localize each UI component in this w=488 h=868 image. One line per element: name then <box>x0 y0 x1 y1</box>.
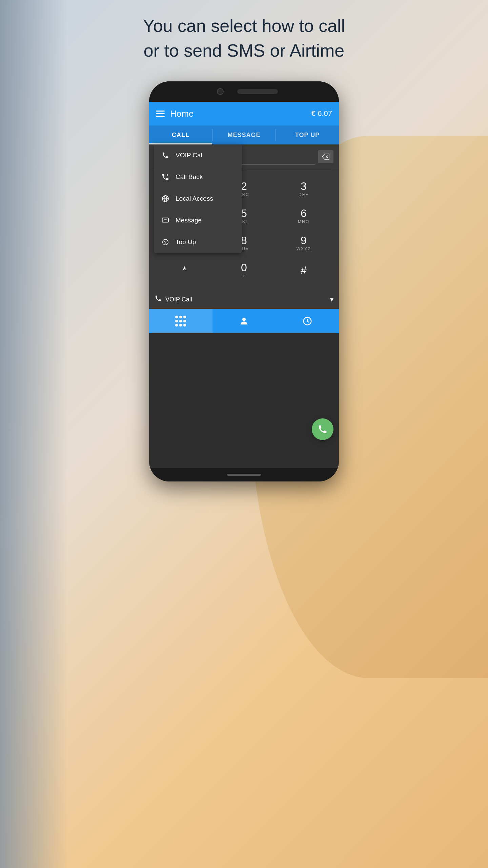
svg-point-6 <box>242 318 246 321</box>
callback-icon <box>161 172 170 182</box>
message-icon <box>161 216 170 225</box>
dial-key-0[interactable]: 0 + <box>214 257 274 284</box>
dropdown-item-local-access[interactable]: Local Access <box>154 188 242 210</box>
app-header: Home € 6.07 <box>149 102 339 125</box>
dropdown-topup-label: Top Up <box>176 238 196 246</box>
svg-rect-3 <box>162 218 168 222</box>
dropdown-menu: VOIP Call Call Back <box>154 144 242 253</box>
bottom-tab-dialpad[interactable] <box>149 309 212 333</box>
hamburger-menu-button[interactable] <box>156 111 165 117</box>
dropdown-item-callback[interactable]: Call Back <box>154 166 242 188</box>
tab-topup[interactable]: TOP UP <box>276 125 339 144</box>
bottom-tab-contacts[interactable] <box>212 309 276 333</box>
dropdown-arrow-icon: ▾ <box>330 295 333 303</box>
dropdown-message-label: Message <box>176 217 202 224</box>
call-type-label: VOIP Call <box>165 296 327 303</box>
dropdown-voip-call-label: VOIP Call <box>176 152 204 159</box>
tab-call[interactable]: CALL <box>149 125 212 144</box>
local-access-icon <box>161 194 170 203</box>
dial-key-3[interactable]: 3 DEF <box>274 175 333 202</box>
phone-device: Home € 6.07 CALL MESSAGE TOP UP <box>149 81 339 481</box>
dialpad-grid-icon <box>175 316 186 327</box>
dropdown-item-message[interactable]: Message <box>154 210 242 231</box>
instruction-line2: or to send SMS or Airtime <box>34 38 454 63</box>
phone-screen: Home € 6.07 CALL MESSAGE TOP UP <box>149 102 339 468</box>
tab-message[interactable]: MESSAGE <box>212 125 276 144</box>
home-indicator <box>227 474 261 476</box>
voip-call-icon <box>161 151 170 160</box>
topup-icon: $ <box>161 237 170 247</box>
phone-notch <box>149 81 339 102</box>
contacts-icon <box>239 316 249 326</box>
instruction-container: You can select how to call or to send SM… <box>0 14 488 63</box>
app-tabs: CALL MESSAGE TOP UP <box>149 125 339 144</box>
svg-text:$: $ <box>164 240 166 244</box>
dial-key-9[interactable]: 9 WXYZ <box>274 230 333 257</box>
dial-key-hash[interactable]: # <box>274 257 333 284</box>
header-balance: € 6.07 <box>311 109 332 118</box>
header-left: Home <box>156 108 194 119</box>
bg-street <box>0 0 68 868</box>
call-type-phone-icon <box>155 295 162 304</box>
header-title: Home <box>170 108 194 119</box>
bottom-nav <box>149 309 339 333</box>
fab-call-button[interactable] <box>312 418 333 440</box>
dropdown-local-access-label: Local Access <box>176 195 213 202</box>
backspace-button[interactable] <box>318 150 333 163</box>
dropdown-item-topup[interactable]: $ Top Up <box>154 231 242 253</box>
history-icon <box>302 316 312 326</box>
dial-key-star[interactable]: * <box>155 257 214 284</box>
speaker-grill <box>237 89 278 94</box>
phone-home-bar <box>149 468 339 481</box>
instruction-line1: You can select how to call <box>34 14 454 38</box>
dropdown-callback-label: Call Back <box>176 173 203 181</box>
dropdown-item-voip-call[interactable]: VOIP Call <box>154 144 242 166</box>
dial-key-6[interactable]: 6 MNO <box>274 202 333 230</box>
bottom-tab-history[interactable] <box>276 309 339 333</box>
call-type-bar[interactable]: VOIP Call ▾ <box>149 290 339 309</box>
camera-dot <box>217 88 224 95</box>
